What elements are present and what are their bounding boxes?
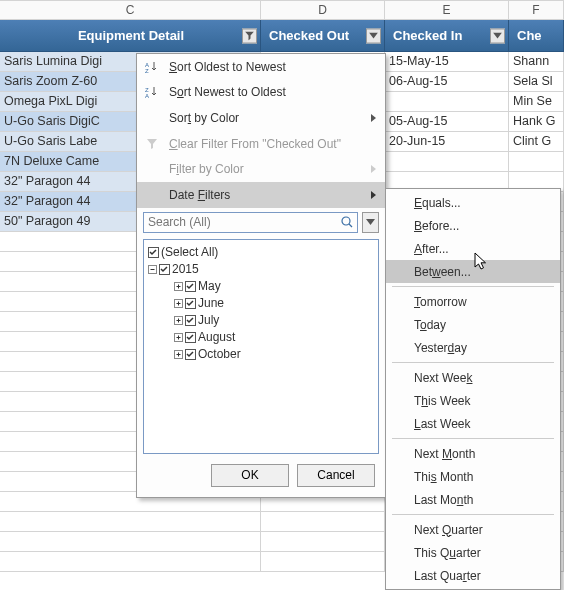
header-checked-in-label: Checked In (393, 28, 462, 43)
filter-last-month[interactable]: Last Month (386, 488, 560, 511)
sort-oldest-label: Sort Oldest to Newest (169, 60, 286, 74)
submenu-arrow-icon (371, 111, 377, 125)
sort-by-color[interactable]: Sort by Color (137, 105, 385, 131)
clear-filter-label: Clear Filter From "Checked Out" (169, 137, 341, 151)
tree-month-label: May (198, 279, 221, 293)
filter-equals[interactable]: Equals... (386, 191, 560, 214)
tree-year-label: 2015 (172, 262, 199, 276)
filter-next-quarter[interactable]: Next Quarter (386, 518, 560, 541)
filter-last-week[interactable]: Last Week (386, 412, 560, 435)
sort-asc-icon: AZ (143, 60, 161, 74)
header-checked-by-label: Che (517, 28, 542, 43)
filter-this-quarter[interactable]: This Quarter (386, 541, 560, 564)
cancel-button[interactable]: Cancel (297, 464, 375, 487)
filter-yesterday[interactable]: Yesterday (386, 336, 560, 359)
header-checked-out-label: Checked Out (269, 28, 349, 43)
tree-month[interactable]: May (146, 278, 376, 295)
search-placeholder: Search (All) (148, 215, 211, 229)
cell-checked-by[interactable]: Shann (509, 52, 564, 71)
tree-month-label: August (198, 330, 235, 344)
date-filters[interactable]: Date Filters (137, 182, 385, 208)
cell-checked-in[interactable]: 15-May-15 (385, 52, 509, 71)
header-equipment-detail-label: Equipment Detail (78, 28, 184, 43)
date-filters-label: Date Filters (169, 188, 230, 202)
filter-next-month[interactable]: Next Month (386, 442, 560, 465)
cell-checked-in[interactable] (385, 92, 509, 111)
search-input[interactable]: Search (All) (143, 212, 358, 233)
filter-tomorrow[interactable]: Tomorrow (386, 290, 560, 313)
svg-text:Z: Z (145, 68, 149, 74)
svg-text:A: A (145, 93, 149, 99)
filter-last-quarter[interactable]: Last Quarter (386, 564, 560, 587)
col-letter-c[interactable]: C (0, 1, 261, 19)
tree-month[interactable]: July (146, 312, 376, 329)
cell-checked-in[interactable]: 05-Aug-15 (385, 112, 509, 131)
sort-desc-icon: ZA (143, 85, 161, 99)
filter-before[interactable]: Before... (386, 214, 560, 237)
date-filters-submenu: Equals... Before... After... Between... … (385, 188, 561, 590)
tree-month[interactable]: October (146, 346, 376, 363)
filter-dropdown-checked-out[interactable] (366, 28, 381, 43)
header-checked-out: Checked Out (261, 20, 385, 52)
tree-month[interactable]: June (146, 295, 376, 312)
cell-checked-by[interactable] (509, 152, 564, 171)
cell-checked-by[interactable]: Sela Sl (509, 72, 564, 91)
tree-month-label: June (198, 296, 224, 310)
search-icon (340, 215, 354, 232)
cell-checked-by[interactable]: Hank G (509, 112, 564, 131)
filter-after[interactable]: After... (386, 237, 560, 260)
col-letter-f[interactable]: F (509, 1, 564, 19)
filter-next-week[interactable]: Next Week (386, 366, 560, 389)
sort-newest-label: Sort Newest to Oldest (169, 85, 286, 99)
tree-month[interactable]: August (146, 329, 376, 346)
tree-month-label: October (198, 347, 241, 361)
tree-year[interactable]: 2015 (146, 261, 376, 278)
sort-oldest-newest[interactable]: AZ Sort Oldest to Newest (137, 54, 385, 80)
cell-checked-in[interactable]: 06-Aug-15 (385, 72, 509, 91)
filter-by-color-label: Filter by Color (169, 162, 244, 176)
tree-month-label: July (198, 313, 219, 327)
filter-between[interactable]: Between... (386, 260, 560, 283)
filter-today[interactable]: Today (386, 313, 560, 336)
clear-filter: Clear Filter From "Checked Out" (137, 131, 385, 157)
date-tree[interactable]: (Select All) 2015 MayJuneJulyAugustOctob… (143, 239, 379, 454)
filter-dropdown-checked-in[interactable] (490, 28, 505, 43)
filter-context-menu: AZ Sort Oldest to Newest ZA Sort Newest … (136, 53, 386, 498)
sort-newest-oldest[interactable]: ZA Sort Newest to Oldest (137, 80, 385, 106)
filter-dropdown-equipment[interactable] (242, 28, 257, 43)
tree-select-all[interactable]: (Select All) (146, 244, 376, 261)
cell-checked-in[interactable] (385, 152, 509, 171)
search-scope-dropdown[interactable] (362, 212, 379, 233)
tree-select-all-label: (Select All) (161, 245, 218, 259)
col-letter-e[interactable]: E (385, 1, 509, 19)
header-equipment-detail: Equipment Detail (0, 20, 261, 52)
cell-checked-in[interactable]: 20-Jun-15 (385, 132, 509, 151)
column-letter-row: C D E F (0, 0, 564, 20)
submenu-arrow-icon (371, 188, 377, 202)
cell-checked-by[interactable]: Min Se (509, 92, 564, 111)
cell-checked-by[interactable]: Clint G (509, 132, 564, 151)
filter-this-week[interactable]: This Week (386, 389, 560, 412)
clear-filter-icon (143, 137, 161, 151)
header-checked-in: Checked In (385, 20, 509, 52)
svg-point-4 (342, 217, 350, 225)
mouse-cursor-icon (474, 252, 490, 272)
filter-by-color: Filter by Color (137, 157, 385, 183)
filter-this-month[interactable]: This Month (386, 465, 560, 488)
submenu-arrow-icon (371, 162, 377, 176)
sort-by-color-label: Sort by Color (169, 111, 239, 125)
col-letter-d[interactable]: D (261, 1, 385, 19)
table-header-row: Equipment Detail Checked Out Checked In … (0, 20, 564, 52)
header-checked-out-by: Che (509, 20, 564, 52)
ok-button[interactable]: OK (211, 464, 289, 487)
